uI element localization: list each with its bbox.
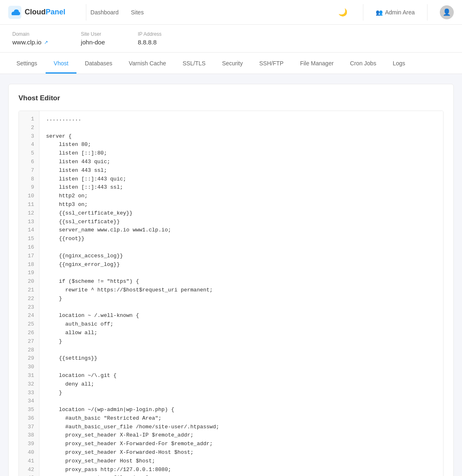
line-number: 17 [19,252,39,261]
code-line: proxy_pass http://127.0.0.1:8080; [46,466,443,474]
tab-databases[interactable]: Databases [76,53,120,74]
line-number: 9 [19,183,39,192]
line-number: 1 [19,115,39,124]
code-line: listen [::]:80; [46,149,443,158]
ip-field: IP Address 8.8.8.8 [138,31,162,46]
code-editor[interactable]: 1234567891011121314151617181920212223242… [18,111,444,476]
external-link-icon[interactable]: ↗ [44,39,48,45]
ip-text: 8.8.8.8 [138,39,157,46]
site-user-value: john-doe [81,39,105,46]
code-line: location ~ /.well-known { [46,312,443,320]
code-line: deny all; [46,380,443,389]
dark-mode-button[interactable]: 🌙 [335,6,351,18]
tab-varnish-cache[interactable]: Varnish Cache [120,53,174,74]
code-line: rewrite ^ https://$host$request_uri perm… [46,286,443,295]
line-number: 16 [19,243,39,252]
admin-area-button[interactable]: 👥 Admin Area [376,9,415,16]
main-content: Vhost Editor 123456789101112131415161718… [0,74,462,476]
site-user-text: john-doe [81,39,105,46]
line-number: 32 [19,380,39,389]
top-nav: CloudPanel Dashboard Sites 🌙 👥 Admin Are… [0,0,462,25]
tabs-container: SettingsVhostDatabasesVarnish CacheSSL/T… [0,53,462,74]
line-number: 27 [19,337,39,346]
domain-label: Domain [12,31,48,37]
line-number: 31 [19,372,39,380]
logo[interactable]: CloudPanel [8,6,65,19]
line-number: 35 [19,406,39,414]
line-number: 21 [19,286,39,295]
admin-area-icon: 👥 [376,9,383,16]
code-line: {{ssl_certificate}} [46,218,443,226]
line-number: 23 [19,303,39,312]
code-line: server { [46,132,443,141]
code-line: {{settings}} [46,354,443,363]
line-number: 36 [19,414,39,423]
admin-area-label: Admin Area [385,9,415,16]
user-icon: 👤 [443,8,451,16]
code-line: http2 on; [46,192,443,201]
logo-icon [8,6,21,19]
nav-separator-3 [427,4,427,21]
code-line: } [46,337,443,346]
nav-sites[interactable]: Sites [131,9,144,16]
tab-ssl/tls[interactable]: SSL/TLS [174,53,214,74]
tab-security[interactable]: Security [214,53,251,74]
tab-file-manager[interactable]: File Manager [292,53,342,74]
line-number: 4 [19,141,39,149]
code-line: {{nginx_error_log}} [46,261,443,269]
line-number: 10 [19,192,39,201]
code-line: allow all; [46,329,443,337]
code-line [46,124,443,132]
line-number: 39 [19,440,39,448]
line-number: 33 [19,389,39,397]
line-number: 13 [19,218,39,226]
line-number: 8 [19,175,39,184]
line-number: 12 [19,209,39,218]
code-line: proxy_set_header X-Forwarded-Host $host; [46,448,443,457]
line-number: 24 [19,312,39,320]
code-line: if ($scheme != "https") { [46,277,443,286]
line-number: 41 [19,457,39,466]
site-user-label: Site User [81,31,105,37]
code-line [46,269,443,277]
code-line: {{nginx_access_log}} [46,252,443,261]
nav-links: Dashboard Sites [90,9,335,16]
code-line: #auth_basic_user_file /home/site-user/.h… [46,423,443,432]
nav-separator-2 [363,4,363,21]
code-line: listen 80; [46,141,443,149]
site-user-field: Site User john-doe [81,31,105,46]
line-number: 22 [19,295,39,303]
tab-settings[interactable]: Settings [8,53,46,74]
tab-cron-jobs[interactable]: Cron Jobs [342,53,385,74]
line-number: 11 [19,201,39,209]
tab-ssh/ftp[interactable]: SSH/FTP [251,53,292,74]
line-number: 15 [19,235,39,243]
line-number: 25 [19,320,39,329]
code-line: listen [::]:443 ssl; [46,183,443,192]
line-number: 43 [19,474,39,476]
tab-logs[interactable]: Logs [384,53,413,74]
code-line: listen 443 quic; [46,158,443,166]
line-number: 42 [19,466,39,474]
vhost-editor-card: Vhost Editor 123456789101112131415161718… [8,84,454,476]
ip-value: 8.8.8.8 [138,39,162,46]
line-number: 19 [19,269,39,277]
tab-vhost[interactable]: Vhost [46,53,77,74]
line-number: 30 [19,363,39,372]
nav-dashboard[interactable]: Dashboard [90,9,119,16]
code-line: #auth_basic "Restricted Area"; [46,414,443,423]
nav-separator [86,4,86,21]
code-line [46,303,443,312]
code-line [46,397,443,406]
code-line: {{root}} [46,235,443,243]
code-line [46,346,443,355]
code-content[interactable]: ........... server { listen 80; listen [… [39,111,443,476]
user-avatar[interactable]: 👤 [440,5,454,19]
code-line: listen [::]:443 quic; [46,175,443,184]
logo-text: CloudPanel [25,8,65,16]
code-line: proxy_max_temp_file_size 0; [46,474,443,476]
code-line: location ~/\.git { [46,372,443,380]
line-number: 38 [19,431,39,440]
domain-text: www.clp.io [12,39,42,46]
line-number: 34 [19,397,39,406]
